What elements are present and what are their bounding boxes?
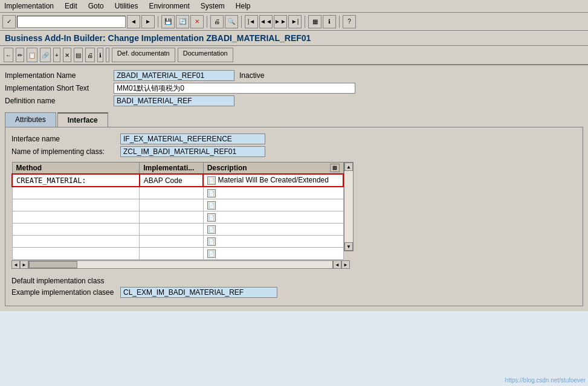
doc-icon: 📄 [207,237,216,246]
copy-btn[interactable]: 📋 [27,48,37,62]
table-row[interactable]: 📄 [12,224,343,236]
menu-help[interactable]: Help [234,1,253,11]
table-row[interactable]: 📄 [12,199,343,211]
h-scroll-track[interactable] [28,260,333,269]
tabs: Attributes Interface [5,112,583,127]
action-toolbar: ← ✏ 📋 🔗 + ✕ ▤ 🖨 ℹ Def. documentatn Docum… [0,46,588,65]
bottom-form: Default implementation class Example imp… [11,277,577,298]
impl-class-label: Name of implementing class: [11,147,120,156]
desc-cell: 📄 [203,248,343,260]
menu-goto[interactable]: Goto [86,1,106,11]
tab-attributes[interactable]: Attributes [5,112,56,127]
menu-utilities[interactable]: Utilities [113,1,140,11]
example-impl-label: Example implementation clasee [11,288,120,297]
menu-implementation[interactable]: Implementation [2,1,56,11]
desc-col-header: Description ⊞ [203,162,343,175]
impl-class-row: Name of implementing class: ZCL_IM_BADI_… [11,146,577,157]
menu-bar: Implementation Edit Goto Utilities Envir… [0,0,588,13]
method-cell [12,248,140,260]
iface-name-label: Interface name [11,135,120,143]
save-button[interactable]: 💾 [161,15,175,28]
method-cell [12,187,140,199]
h-scroll-thumb[interactable] [29,261,77,268]
menu-edit[interactable]: Edit [63,1,79,11]
example-impl-value: CL_EXM_IM_BADI_MATERIAL_REF [120,287,277,298]
col-config-icon[interactable]: ⊞ [330,164,340,172]
scroll-up-button[interactable]: ▲ [344,162,353,171]
default-impl-row: Default implementation class [11,277,577,285]
def-doc-button[interactable]: Def. documentatn [112,48,175,62]
table-row[interactable]: CREATE_MATERIAL: ABAP Code 📄 Material Wi… [12,174,343,187]
edit-btn[interactable]: ✏ [16,48,24,62]
table-vertical-scrollbar[interactable]: ▲ ▼ [344,162,354,251]
method-table-section: Method Implementati... Description ⊞ [11,162,577,269]
back-button[interactable]: ✓ [2,15,16,28]
refresh-button[interactable]: 🔄 [176,15,189,28]
impl-short-text-field[interactable] [114,83,355,94]
impl-col-header: Implementati... [140,162,203,175]
table-row[interactable]: 📄 [12,187,343,199]
impl-cell [140,236,203,248]
h-scroll-right-button[interactable]: ► [341,260,350,269]
command-field[interactable] [17,16,126,28]
def-name-label: Definition name [5,97,114,105]
desc-cell: 📄 Material Will Be Created/Extended [203,174,343,187]
def-name-row: Definition name BADI_MATERIAL_REF [5,95,583,106]
documentation-button[interactable]: Documentation [178,48,233,62]
print2-btn[interactable]: 🖨 [85,48,95,62]
prev-button[interactable]: ◄◄ [259,15,273,28]
doc-icon: 📄 [207,249,216,258]
last-button[interactable]: ►| [288,15,302,28]
method-cell [12,236,140,248]
doc-icon: 📄 [207,176,216,185]
table-row[interactable]: 📄 [12,248,343,260]
table-row[interactable]: 📄 [12,236,343,248]
h-scroll-left-nav[interactable]: ◄ [11,260,20,269]
first-button[interactable]: |◄ [245,15,258,28]
tab-interface[interactable]: Interface [57,112,108,127]
info2-btn[interactable]: ℹ [97,48,103,62]
impl-cell [140,187,203,199]
nav-right-button[interactable]: ► [141,15,155,28]
stop-button[interactable]: ✕ [190,15,204,28]
impl-name-label: Implementation Name [5,71,114,80]
where-used-btn[interactable]: 🔗 [40,48,51,62]
h-scroll-left-button[interactable]: ◄ [333,260,341,269]
impl-short-text-row: Implementation Short Text [5,83,583,94]
next-button[interactable]: ►► [274,15,287,28]
delete-btn[interactable]: ✕ [63,48,71,62]
add-btn[interactable]: + [53,48,60,62]
table-area: Method Implementati... Description ⊞ [11,162,344,260]
menu-system[interactable]: System [199,1,227,11]
tab-container: Attributes Interface Interface name IF_E… [5,112,583,306]
nav-left-button[interactable]: ◄ [127,15,140,28]
info-button[interactable]: ℹ [323,15,336,28]
desc-cell: 📄 [203,224,343,236]
find-button[interactable]: 🔍 [225,15,238,28]
default-impl-label: Default implementation class [11,277,120,285]
method-cell: CREATE_MATERIAL: [12,174,140,187]
h-scroll-right-nav[interactable]: ► [20,260,28,269]
separator-3 [241,16,242,28]
spacer [106,48,109,62]
table-row[interactable]: 📄 [12,211,343,224]
print-button[interactable]: 🖨 [210,15,224,28]
help-button[interactable]: ? [343,15,356,28]
menu-environment[interactable]: Environment [147,1,191,11]
iface-name-row: Interface name IF_EX_MATERIAL_REFERENCE [11,133,577,144]
impl-cell [140,199,203,211]
layout-btn[interactable]: ▤ [74,48,83,62]
implementation-form: Implementation Name ZBADI_MATERIAL_REF01… [5,70,583,106]
table-scroll-container: Method Implementati... Description ⊞ [11,162,577,260]
doc-icon: 📄 [207,225,216,234]
doc-icon: 📄 [207,201,216,210]
desc-cell: 📄 [203,236,343,248]
back-action-btn[interactable]: ← [4,48,13,62]
separator-2 [207,16,207,28]
iface-name-value: IF_EX_MATERIAL_REFERENCE [120,133,265,144]
grid-button[interactable]: ▦ [308,15,321,28]
example-impl-row: Example implementation clasee CL_EXM_IM_… [11,287,577,298]
scroll-down-button[interactable]: ▼ [344,242,353,251]
impl-cell [140,211,203,224]
method-cell [12,199,140,211]
